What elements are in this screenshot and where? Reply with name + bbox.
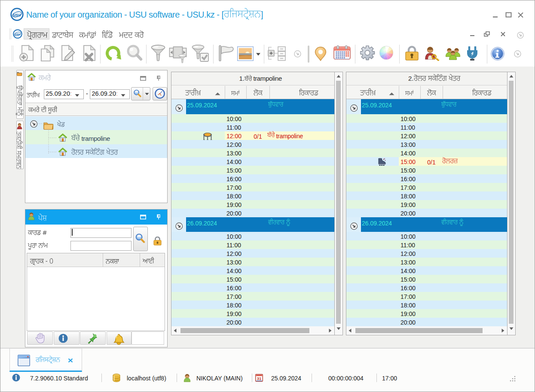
svg-text:usu: usu <box>15 32 21 36</box>
svg-text:31: 31 <box>257 376 262 381</box>
svg-text:usu: usu <box>13 12 21 17</box>
